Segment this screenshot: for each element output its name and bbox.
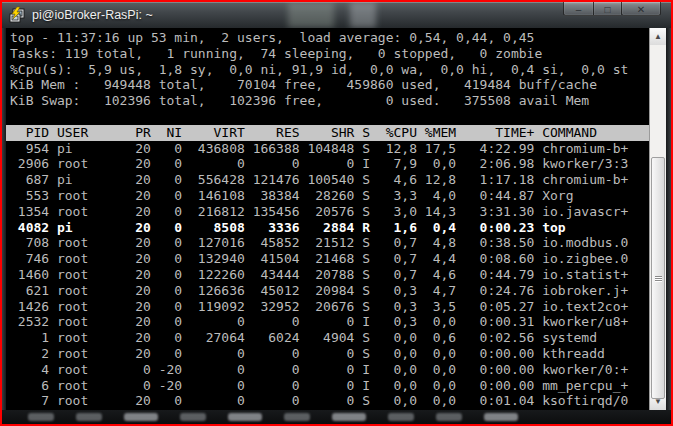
process-row: 4 root 0 -20 0 0 0 I 0,0 0,0 0:00.00 kwo… <box>6 362 649 378</box>
process-row: 1426 root 20 0 119092 32952 20676 S 0,3 … <box>6 299 649 315</box>
taskbar-icon-blur <box>484 413 518 421</box>
titlebar-glass-reflection <box>350 2 376 28</box>
top-summary: top - 11:37:16 up 53 min, 2 users, load … <box>6 30 649 109</box>
process-row: 1 root 20 0 27064 6024 4904 S 0,0 0,6 0:… <box>6 330 649 346</box>
process-table: 954 pi 20 0 436808 166388 104848 S 12,8 … <box>6 141 649 410</box>
process-row: 708 root 20 0 127016 45852 21512 S 0,7 4… <box>6 235 649 251</box>
process-row: 954 pi 20 0 436808 166388 104848 S 12,8 … <box>6 141 649 157</box>
titlebar-glass-reflection <box>288 2 334 28</box>
close-button[interactable]: ✕ <box>621 2 661 16</box>
process-row: 553 root 20 0 146108 38384 28260 S 3,3 4… <box>6 188 649 204</box>
taskbar-icon-blur <box>28 413 54 421</box>
taskbar-icon-blur <box>332 413 366 421</box>
window-titlebar[interactable]: pi@ioBroker-RasPi: ~ – □ ✕ <box>2 2 671 28</box>
maximize-button[interactable]: □ <box>593 2 621 16</box>
scrollbar-thumb[interactable] <box>651 157 665 399</box>
window-title: pi@ioBroker-RasPi: ~ <box>32 8 153 22</box>
window-controls: – □ ✕ <box>563 2 661 16</box>
summary-line: KiB Mem : 949448 total, 70104 free, 4598… <box>6 77 649 93</box>
summary-line: Tasks: 119 total, 1 running, 74 sleeping… <box>6 46 649 62</box>
minimize-button[interactable]: – <box>563 2 593 16</box>
taskbar-icon-blur <box>388 413 414 421</box>
putty-icon <box>8 6 26 24</box>
window-body: top - 11:37:16 up 53 min, 2 users, load … <box>2 28 671 410</box>
process-row: 2 root 20 0 0 0 0 S 0,0 0,0 0:00.00 kthr… <box>6 346 649 362</box>
summary-line: top - 11:37:16 up 53 min, 2 users, load … <box>6 30 649 46</box>
process-row: 746 root 20 0 132940 41504 21468 S 0,7 4… <box>6 251 649 267</box>
scrollbar-track[interactable] <box>650 45 666 393</box>
terminal[interactable]: top - 11:37:16 up 53 min, 2 users, load … <box>6 28 649 410</box>
desktop-taskbar-strip <box>2 410 671 424</box>
taskbar-icon-blur <box>124 413 158 421</box>
taskbar-icon-blur <box>228 413 262 421</box>
process-row: 621 root 20 0 126636 45012 20984 S 0,3 4… <box>6 283 649 299</box>
summary-line: %Cpu(s): 5,9 us, 1,8 sy, 0,0 ni, 91,9 id… <box>6 62 649 78</box>
taskbar-icon-blur <box>436 413 462 421</box>
window-border-right <box>666 28 671 410</box>
taskbar-icon-blur <box>284 413 310 421</box>
process-row: 6 root 0 -20 0 0 0 I 0,0 0,0 0:00.00 mm_… <box>6 378 649 394</box>
process-row: 2532 root 20 0 0 0 0 I 0,3 0,0 0:00.31 k… <box>6 314 649 330</box>
screenshot-annotation-border: pi@ioBroker-RasPi: ~ – □ ✕ top - 11:37:1… <box>0 0 673 426</box>
scroll-up-arrow-icon[interactable]: ▲ <box>650 28 666 45</box>
scrollbar-grip-icon <box>655 275 662 282</box>
process-row: 1460 root 20 0 122260 43444 20788 S 0,7 … <box>6 267 649 283</box>
process-row: 7 root 20 0 0 0 0 S 0,0 0,0 0:01.04 ksof… <box>6 393 649 409</box>
blank-line <box>6 109 649 125</box>
taskbar-icon-blur <box>76 413 102 421</box>
process-row: 1354 root 20 0 216812 135456 20576 S 3,0… <box>6 204 649 220</box>
summary-line: KiB Swap: 102396 total, 102396 free, 0 u… <box>6 93 649 109</box>
process-row: 687 pi 20 0 556428 121476 100540 S 4,6 1… <box>6 172 649 188</box>
taskbar-icon-blur <box>180 413 206 421</box>
process-table-header: PID USER PR NI VIRT RES SHR S %CPU %MEM … <box>6 125 649 141</box>
process-row: 4082 pi 20 0 8508 3336 2884 R 1,6 0,4 0:… <box>6 220 649 236</box>
process-row: 2906 root 20 0 0 0 0 I 7,9 0,0 2:06.98 k… <box>6 156 649 172</box>
scrollbar[interactable]: ▲ ▼ <box>649 28 666 410</box>
